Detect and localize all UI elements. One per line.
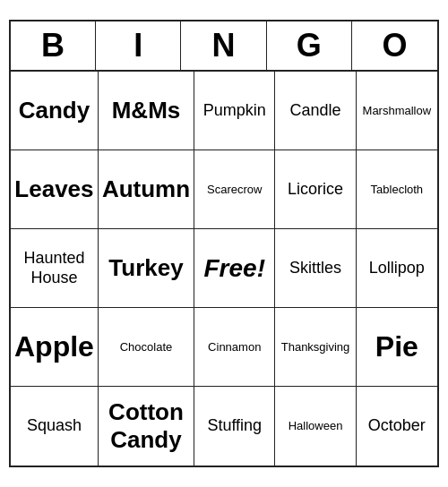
header-letter: B [11,21,96,70]
cell-label: Squash [27,416,82,436]
cell-label: CottonCandy [108,398,184,454]
bingo-cell[interactable]: Chocolate [99,308,194,387]
bingo-cell[interactable]: Skittles [275,229,356,308]
cell-label: Autumn [102,175,190,203]
cell-label: HauntedHouse [23,249,84,287]
cell-label: Scarecrow [207,183,262,197]
header-letter: G [267,21,352,70]
bingo-cell[interactable]: Thanksgiving [275,308,356,387]
bingo-cell[interactable]: Scarecrow [194,150,275,229]
bingo-cell[interactable]: Autumn [99,150,194,229]
cell-label: Leaves [14,175,93,203]
bingo-cell[interactable]: Licorice [275,150,356,229]
cell-label: Skittles [289,259,341,278]
cell-label: Candy [19,97,90,124]
bingo-cell[interactable]: CottonCandy [99,387,194,466]
cell-label: Pumpkin [203,101,266,121]
cell-label: Licorice [288,180,343,200]
bingo-card: BINGO CandyM&MsPumpkinCandleMarshmallowL… [9,20,439,467]
cell-label: Pie [375,329,418,363]
cell-label: Candle [290,101,341,121]
cell-label: October [368,416,426,436]
bingo-cell[interactable]: Turkey [99,229,194,308]
cell-label: Lollipop [369,259,425,278]
bingo-cell[interactable]: Marshmallow [357,72,437,150]
bingo-cell[interactable]: Candle [275,72,356,150]
header-letter: N [181,21,266,70]
bingo-cell[interactable]: Pie [357,308,437,387]
bingo-cell[interactable]: HauntedHouse [11,229,99,308]
bingo-cell[interactable]: Pumpkin [194,72,275,150]
bingo-cell[interactable]: Tablecloth [357,150,437,229]
cell-label: Halloween [289,419,343,433]
header-letter: I [96,21,181,70]
bingo-cell[interactable]: Stuffing [194,387,275,466]
bingo-cell[interactable]: M&Ms [99,72,194,150]
cell-label: Marshmallow [363,104,432,118]
cell-label: M&Ms [112,97,181,124]
bingo-cell[interactable]: Free! [194,229,275,308]
header-letter: O [352,21,437,70]
bingo-cell[interactable]: Candy [11,72,99,150]
bingo-cell[interactable]: Cinnamon [194,308,275,387]
cell-label: Apple [14,329,94,363]
bingo-cell[interactable]: Halloween [275,387,356,466]
bingo-header: BINGO [11,21,437,72]
bingo-cell[interactable]: Squash [11,387,99,466]
cell-label: Turkey [108,254,183,282]
cell-label: Tablecloth [371,183,424,197]
bingo-grid: CandyM&MsPumpkinCandleMarshmallowLeavesA… [11,72,437,466]
cell-label: Chocolate [120,340,173,355]
bingo-cell[interactable]: Apple [11,308,99,387]
cell-label: Stuffing [207,416,262,436]
bingo-cell[interactable]: October [357,387,437,466]
cell-label: Cinnamon [208,340,261,355]
bingo-cell[interactable]: Leaves [11,150,99,229]
cell-label: Thanksgiving [281,340,350,355]
cell-label: Free! [204,253,265,284]
bingo-cell[interactable]: Lollipop [357,229,437,308]
